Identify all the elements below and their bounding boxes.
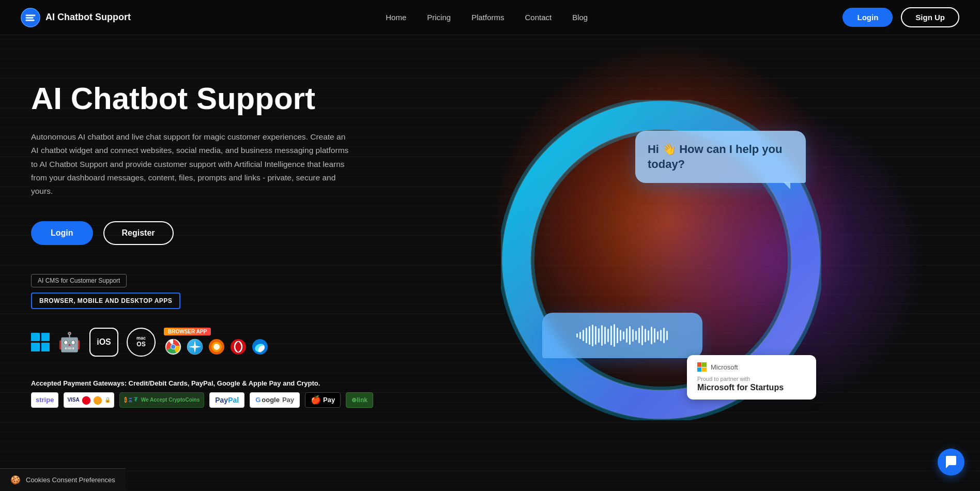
- payment-section: Accepted Payment Gateways: Credit/Debit …: [31, 379, 373, 408]
- hero-login-button[interactable]: Login: [31, 221, 93, 245]
- nav-blog[interactable]: Blog: [572, 13, 588, 22]
- ms-logo-row: Microsoft: [697, 362, 806, 372]
- platform-icons: 🤖 iOS mac OS BROWSER APP: [31, 328, 373, 357]
- chrome-icon: [164, 337, 182, 356]
- paypal-badge: PayPal: [209, 392, 244, 408]
- credit-card-icons: VISA ⬤ ⬤ 🔒: [64, 392, 114, 408]
- cookie-icon: 🍪: [10, 475, 21, 485]
- cookie-bar[interactable]: 🍪 Cookies Consent Preferences: [0, 468, 126, 491]
- chat-bubble-greeting: Hi 👋 How can I help you today?: [635, 131, 806, 183]
- nav-signup-button[interactable]: Sign Up: [901, 7, 959, 27]
- browser-icons-row: [164, 337, 269, 356]
- nav-contact[interactable]: Contact: [525, 13, 552, 22]
- android-icon: 🤖: [58, 331, 81, 353]
- crypto-badge: ₿ Ξ ₮ We Accept CryptoCoins: [119, 392, 204, 408]
- hero-section: AI Chatbot Support Autonomous AI chatbot…: [0, 35, 980, 491]
- nav-login-button[interactable]: Login: [843, 8, 893, 27]
- chat-bubble-audio: [542, 313, 702, 358]
- payment-icons-row: stripe VISA ⬤ ⬤ 🔒 ₿ Ξ ₮ We Accept Crypto…: [31, 392, 373, 408]
- audio-wave: [576, 325, 668, 346]
- windows-icon: [31, 333, 50, 351]
- ms-logo-icon: [697, 362, 707, 372]
- microsoft-badge: Microsoft Proud to partner with Microsof…: [687, 355, 816, 400]
- ios-icon: iOS: [89, 328, 118, 357]
- platforms-badge-wrapper: BROWSER, MOBILE AND DESKTOP APPS: [31, 293, 373, 328]
- hero-buttons: Login Register: [31, 221, 373, 245]
- tlink-badge: ⊕link: [346, 392, 373, 408]
- svg-rect-2: [26, 17, 34, 19]
- ms-company: Microsoft: [711, 363, 738, 371]
- platforms-badge-text: BROWSER, MOBILE AND DESKTOP APPS: [31, 293, 180, 309]
- payment-label-bold: Accepted Payment Gateways:: [31, 379, 127, 387]
- ms-proud-text: Proud to partner with: [697, 376, 806, 382]
- chat-widget-button[interactable]: [938, 449, 964, 475]
- edge-icon: [251, 337, 269, 356]
- nav-home[interactable]: Home: [386, 13, 406, 22]
- brand-icon: [21, 8, 40, 27]
- opera-icon: [229, 337, 248, 356]
- hero-title: AI Chatbot Support: [31, 82, 373, 116]
- cms-badge-text: AI CMS for Customer Support: [31, 274, 127, 287]
- browser-apps: BROWSER APP: [164, 328, 269, 356]
- stripe-badge: stripe: [31, 392, 58, 408]
- google-pay-badge: Google Pay: [250, 392, 300, 408]
- macos-icon: mac OS: [127, 328, 156, 357]
- payment-desc: Credit/Debit Cards, PayPal, Google & App…: [129, 379, 320, 387]
- chat-widget-icon: [944, 455, 958, 469]
- firefox-icon: [207, 337, 226, 356]
- payment-label: Accepted Payment Gateways: Credit/Debit …: [31, 379, 373, 387]
- hero-register-button[interactable]: Register: [103, 221, 174, 245]
- nav-actions: Login Sign Up: [843, 7, 959, 27]
- hero-description: Autonomous AI chatbot and live chat supp…: [31, 130, 351, 198]
- nav-platforms[interactable]: Platforms: [471, 13, 504, 22]
- safari-icon: [186, 337, 204, 356]
- nav-pricing[interactable]: Pricing: [427, 13, 451, 22]
- svg-point-15: [236, 342, 240, 352]
- ms-partner-name: Microsoft for Startups: [697, 383, 806, 392]
- cookie-text: Cookies Consent Preferences: [26, 476, 115, 484]
- cms-badge: AI CMS for Customer Support: [31, 274, 373, 293]
- svg-point-12: [213, 344, 220, 350]
- nav-links: Home Pricing Platforms Contact Blog: [386, 13, 588, 22]
- brand-logo[interactable]: AI Chatbot Support: [21, 8, 131, 27]
- svg-rect-3: [26, 19, 35, 21]
- apple-pay-badge: 🍎 Pay: [305, 392, 341, 408]
- hero-illustration: Hi 👋 How can I help you today? Microsoft: [373, 66, 949, 454]
- chat-greeting-text: Hi 👋 How can I help you today?: [648, 143, 782, 171]
- ring-container: Hi 👋 How can I help you today? Microsoft: [501, 100, 821, 420]
- brand-name: AI Chatbot Support: [45, 12, 131, 23]
- hero-left: AI Chatbot Support Autonomous AI chatbot…: [31, 66, 373, 408]
- browser-app-label: BROWSER APP: [164, 328, 211, 335]
- svg-point-7: [171, 345, 175, 349]
- navbar: AI Chatbot Support Home Pricing Platform…: [0, 0, 980, 35]
- svg-rect-1: [26, 14, 36, 16]
